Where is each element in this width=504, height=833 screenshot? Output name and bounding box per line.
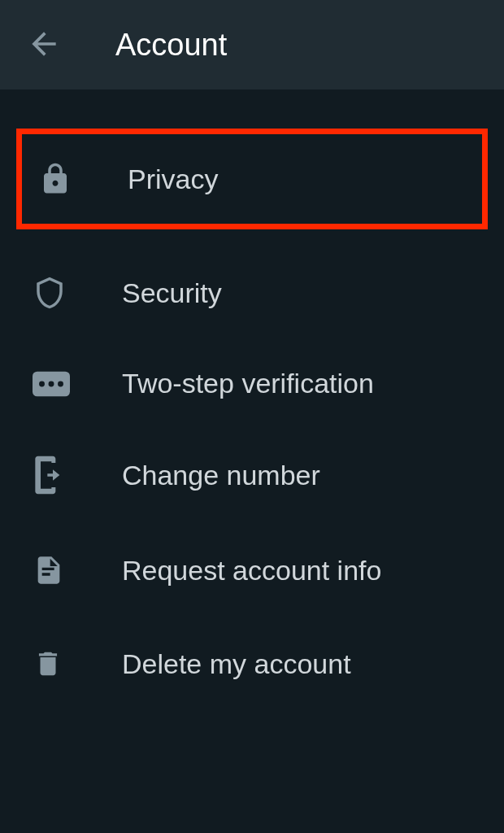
menu-list: Privacy Security Two-step verification	[0, 89, 504, 710]
menu-item-label: Change number	[122, 460, 320, 491]
menu-item-privacy[interactable]: Privacy	[16, 129, 488, 229]
menu-item-label: Request account info	[122, 555, 381, 587]
menu-item-two-step[interactable]: Two-step verification	[0, 340, 504, 427]
menu-item-label: Security	[122, 277, 222, 309]
menu-item-label: Privacy	[128, 164, 218, 195]
trash-icon	[33, 645, 81, 683]
back-button[interactable]	[20, 20, 68, 71]
menu-item-delete-account[interactable]: Delete my account	[0, 617, 504, 710]
page-title: Account	[115, 28, 227, 63]
svg-point-2	[49, 381, 54, 386]
lock-icon	[38, 162, 87, 196]
back-arrow-icon	[26, 26, 62, 64]
menu-item-label: Delete my account	[122, 648, 351, 680]
menu-item-request-info[interactable]: Request account info	[0, 523, 504, 617]
svg-point-1	[39, 381, 45, 386]
header-bar: Account	[0, 0, 504, 89]
phone-arrow-icon	[33, 455, 81, 495]
document-icon	[33, 551, 81, 590]
svg-point-3	[58, 381, 63, 386]
menu-item-security[interactable]: Security	[0, 246, 504, 340]
dots-icon	[33, 371, 81, 397]
menu-item-label: Two-step verification	[122, 368, 374, 399]
shield-icon	[33, 273, 81, 312]
menu-item-change-number[interactable]: Change number	[0, 427, 504, 523]
